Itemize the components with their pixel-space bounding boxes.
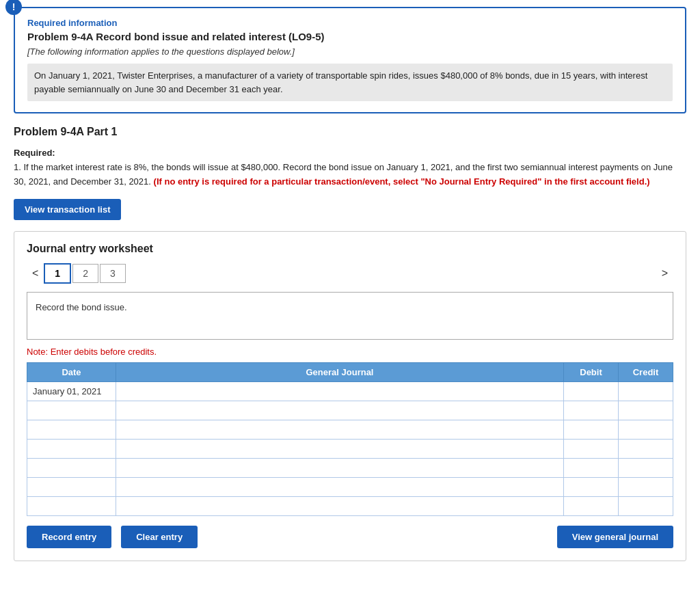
- credit-cell-4[interactable]: [619, 458, 673, 477]
- debit-input-6[interactable]: [564, 497, 618, 515]
- problem-title: Problem 9-4A Record bond issue and relat…: [27, 31, 673, 42]
- credit-cell-2[interactable]: [619, 420, 673, 439]
- date-cell-2: [27, 420, 116, 439]
- credit-input-6[interactable]: [619, 497, 673, 515]
- journal-table: Date General Journal Debit Credit Januar…: [27, 362, 673, 516]
- table-row: [27, 477, 673, 496]
- debit-input-0[interactable]: [564, 382, 618, 401]
- debit-input-5[interactable]: [564, 478, 618, 496]
- gj-input-1[interactable]: [116, 401, 563, 420]
- tab-3[interactable]: 3: [100, 264, 126, 283]
- table-header-credit: Credit: [619, 362, 673, 381]
- debit-cell-4[interactable]: [564, 458, 619, 477]
- date-cell-3: [27, 439, 116, 458]
- gj-input-6[interactable]: [116, 497, 563, 515]
- problem-subtitle: [The following information applies to th…: [27, 46, 673, 57]
- note-text: Note: Enter debits before credits.: [27, 347, 673, 357]
- gj-input-3[interactable]: [116, 440, 563, 458]
- problem-part-header: Problem 9-4A Part 1: [14, 126, 686, 138]
- gj-cell-5[interactable]: [116, 477, 564, 496]
- table-header-date: Date: [27, 362, 116, 381]
- date-cell-5: [27, 477, 116, 496]
- record-entry-button[interactable]: Record entry: [27, 526, 111, 548]
- gj-input-4[interactable]: [116, 459, 563, 477]
- credit-input-5[interactable]: [619, 478, 673, 496]
- debit-cell-2[interactable]: [564, 420, 619, 439]
- required-text: 1. If the market interest rate is 8%, th…: [14, 161, 686, 189]
- gj-cell-3[interactable]: [116, 439, 564, 458]
- table-row: [27, 439, 673, 458]
- required-info-label: Required information: [27, 18, 673, 28]
- required-label: Required:: [14, 148, 686, 158]
- table-row: [27, 420, 673, 439]
- credit-cell-5[interactable]: [619, 477, 673, 496]
- table-header-general-journal: General Journal: [116, 362, 564, 381]
- debit-cell-6[interactable]: [564, 496, 619, 515]
- worksheet-container: Journal entry worksheet < 1 2 3 > Record…: [14, 231, 686, 561]
- tab-navigation: < 1 2 3 >: [27, 263, 673, 284]
- credit-input-4[interactable]: [619, 459, 673, 477]
- view-transaction-list-button[interactable]: View transaction list: [14, 199, 121, 220]
- view-general-journal-button[interactable]: View general journal: [557, 526, 673, 548]
- gj-input-2[interactable]: [116, 420, 563, 439]
- debit-input-2[interactable]: [564, 420, 618, 439]
- table-row: [27, 401, 673, 420]
- worksheet-title: Journal entry worksheet: [27, 243, 673, 255]
- date-cell-0: January 01, 2021: [27, 381, 116, 401]
- credit-cell-3[interactable]: [619, 439, 673, 458]
- gj-cell-0[interactable]: [116, 381, 564, 401]
- table-row: [27, 458, 673, 477]
- clear-entry-button[interactable]: Clear entry: [121, 526, 198, 548]
- problem-description: On January 1, 2021, Twister Enterprises,…: [27, 64, 673, 101]
- tab-prev-arrow[interactable]: <: [27, 265, 44, 282]
- tab-1[interactable]: 1: [44, 263, 71, 284]
- gj-input-5[interactable]: [116, 478, 563, 496]
- debit-cell-5[interactable]: [564, 477, 619, 496]
- credit-input-3[interactable]: [619, 440, 673, 458]
- description-box: Record the bond issue.: [27, 292, 673, 340]
- date-cell-4: [27, 458, 116, 477]
- table-row: January 01, 2021: [27, 381, 673, 401]
- credit-cell-0[interactable]: [619, 381, 673, 401]
- tab-2[interactable]: 2: [72, 264, 98, 283]
- debit-cell-0[interactable]: [564, 381, 619, 401]
- debit-cell-3[interactable]: [564, 439, 619, 458]
- gj-cell-6[interactable]: [116, 496, 564, 515]
- tab-next-arrow[interactable]: >: [656, 265, 673, 282]
- table-header-debit: Debit: [564, 362, 619, 381]
- gj-cell-4[interactable]: [116, 458, 564, 477]
- debit-input-1[interactable]: [564, 401, 618, 420]
- page-wrapper: ! Required information Problem 9-4A Reco…: [0, 0, 700, 582]
- credit-cell-6[interactable]: [619, 496, 673, 515]
- required-section: Required: 1. If the market interest rate…: [14, 148, 686, 189]
- info-icon: !: [5, 0, 22, 15]
- credit-input-2[interactable]: [619, 420, 673, 439]
- info-box: ! Required information Problem 9-4A Reco…: [14, 7, 686, 113]
- debit-cell-1[interactable]: [564, 401, 619, 420]
- gj-input-0[interactable]: [116, 382, 563, 401]
- debit-input-4[interactable]: [564, 459, 618, 477]
- date-cell-6: [27, 496, 116, 515]
- table-row: [27, 496, 673, 515]
- bottom-buttons: Record entry Clear entry View general jo…: [27, 526, 673, 548]
- gj-cell-1[interactable]: [116, 401, 564, 420]
- credit-input-1[interactable]: [619, 401, 673, 420]
- debit-input-3[interactable]: [564, 440, 618, 458]
- credit-cell-1[interactable]: [619, 401, 673, 420]
- gj-cell-2[interactable]: [116, 420, 564, 439]
- date-cell-1: [27, 401, 116, 420]
- required-text-red: (If no entry is required for a particula…: [154, 176, 650, 187]
- credit-input-0[interactable]: [619, 382, 673, 401]
